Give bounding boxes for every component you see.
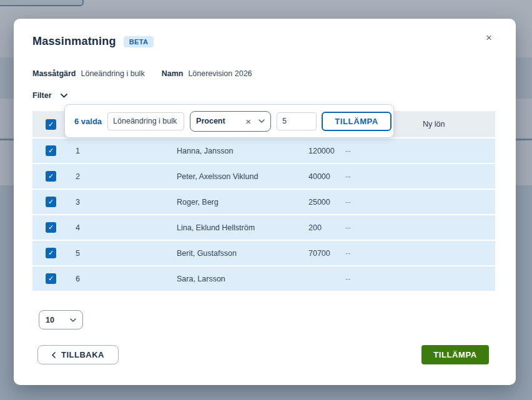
- background-partial-button: [0, 0, 84, 6]
- row-number: 4: [65, 223, 177, 232]
- row-placeholder: --: [345, 223, 395, 232]
- row-current-salary: 40000: [308, 172, 345, 181]
- chevron-down-icon: [61, 94, 67, 98]
- row-placeholder: --: [345, 249, 395, 258]
- row-placeholder: --: [345, 198, 395, 207]
- row-checkbox[interactable]: ✓: [46, 171, 56, 182]
- row-current-salary: 200: [308, 223, 345, 232]
- filter-label: Filter: [32, 91, 52, 100]
- back-button[interactable]: TILLBAKA: [37, 345, 119, 364]
- close-button[interactable]: ×: [481, 31, 496, 46]
- check-icon: ✓: [48, 224, 54, 231]
- bulk-apply-button[interactable]: TILLÄMPA: [322, 112, 392, 131]
- row-checkbox[interactable]: ✓: [46, 145, 56, 156]
- bulk-amount-input[interactable]: [277, 112, 317, 130]
- row-name: Peter, Axelsson Viklund: [177, 172, 308, 181]
- row-current-salary: 70700: [308, 249, 345, 258]
- page-size-select[interactable]: 10: [39, 310, 83, 329]
- row-name: Lina, Eklund Hellström: [177, 223, 308, 232]
- apply-button[interactable]: TILLÄMPA: [421, 345, 489, 364]
- value-type-selected: Procent: [196, 117, 245, 125]
- bulk-edit-toolbar: 6 valda Procent × TILLÄMPA: [64, 104, 394, 138]
- row-number: 1: [65, 147, 177, 155]
- check-icon: ✓: [48, 275, 54, 282]
- check-icon: ✓: [48, 147, 54, 154]
- row-checkbox[interactable]: ✓: [46, 222, 56, 233]
- row-number: 3: [65, 198, 177, 207]
- name-label: Namn: [162, 69, 184, 78]
- row-number: 6: [65, 275, 177, 283]
- bulk-action-label: Massåtgärd: [32, 69, 76, 78]
- row-name: Hanna, Jansson: [177, 147, 308, 155]
- row-checkbox[interactable]: ✓: [46, 248, 56, 258]
- filter-toggle[interactable]: Filter: [32, 91, 67, 100]
- table-row: ✓ 1 Hanna, Jansson 120000 --: [32, 139, 495, 163]
- beta-badge: BETA: [124, 36, 154, 47]
- row-number: 2: [65, 172, 177, 181]
- name-value: Lönerevision 2026: [188, 69, 252, 78]
- row-current-salary: 120000: [308, 147, 345, 155]
- check-icon: ✓: [48, 121, 54, 128]
- back-button-label: TILLBAKA: [61, 350, 104, 359]
- row-placeholder: --: [345, 147, 395, 155]
- row-name: Berit, Gustafsson: [177, 249, 308, 258]
- row-checkbox[interactable]: ✓: [46, 197, 56, 207]
- row-number: 5: [65, 249, 177, 258]
- value-type-select[interactable]: Procent ×: [190, 111, 271, 132]
- check-icon: ✓: [48, 198, 54, 205]
- row-placeholder: --: [345, 275, 395, 283]
- table-row: ✓ 6 Sara, Larsson --: [32, 266, 495, 291]
- check-icon: ✓: [48, 250, 54, 256]
- row-name: Roger, Berg: [177, 198, 308, 207]
- page-size-value: 10: [46, 316, 70, 324]
- bulk-action-input[interactable]: [107, 112, 184, 130]
- chevron-down-icon: [70, 318, 76, 322]
- chevron-left-icon: [52, 352, 56, 358]
- row-name: Sara, Larsson: [177, 275, 308, 283]
- close-icon: ×: [486, 32, 492, 44]
- table-row: ✓ 3 Roger, Berg 25000 --: [32, 190, 495, 214]
- chevron-down-icon: [259, 119, 265, 123]
- table-row: ✓ 5 Berit, Gustafsson 70700 --: [32, 241, 495, 265]
- row-current-salary: 25000: [308, 198, 345, 207]
- selected-count: 6 valda: [74, 117, 102, 126]
- row-checkbox[interactable]: ✓: [46, 273, 56, 284]
- column-header-new-salary: Ny lön: [395, 120, 495, 129]
- modal-title: Massinmatning: [32, 35, 116, 48]
- row-placeholder: --: [345, 172, 395, 181]
- table-row: ✓ 2 Peter, Axelsson Viklund 40000 --: [32, 164, 495, 188]
- employees-table: ✓ Ny lön ✓ 1 Hanna, Jansson 120000 -- ✓ …: [32, 111, 495, 292]
- select-all-checkbox[interactable]: ✓: [46, 119, 56, 130]
- modal-meta: Massåtgärd Löneändring i bulk Namn Löner…: [32, 69, 252, 78]
- table-row: ✓ 4 Lina, Eklund Hellström 200 --: [32, 215, 495, 240]
- bulk-action-value: Löneändring i bulk: [81, 69, 144, 78]
- bulk-entry-modal: Massinmatning BETA × Massåtgärd Löneändr…: [14, 19, 516, 385]
- check-icon: ✓: [48, 173, 54, 180]
- clear-icon[interactable]: ×: [245, 117, 251, 126]
